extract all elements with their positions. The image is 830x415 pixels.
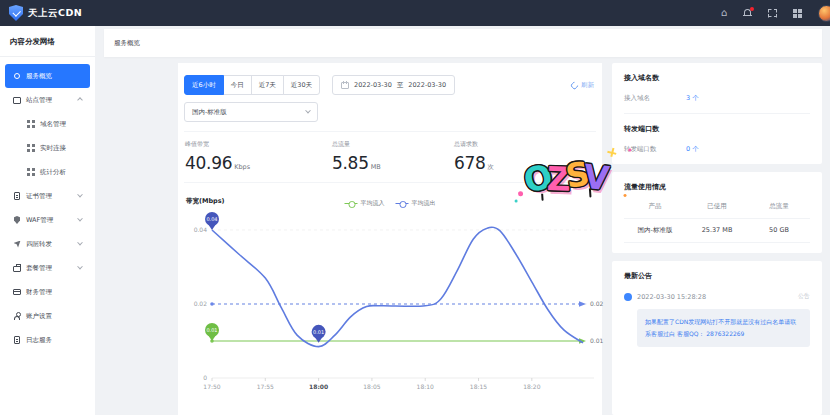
sidebar-item-packages[interactable]: 套餐管理 (5, 256, 90, 280)
legend-marker-icon (396, 201, 409, 206)
date-start: 2022-03-30 (354, 81, 392, 89)
grid-icon (27, 144, 35, 152)
sidebar-item-service-overview[interactable]: 服务概览 (5, 64, 90, 88)
brand-shield-icon (9, 5, 23, 21)
plan-select[interactable]: 国内-标准版 (184, 102, 318, 122)
domains-row: 接入域名 3 个 (624, 94, 810, 103)
domains-card-title: 接入域名数 (624, 73, 810, 83)
stat-unit: 次 (488, 163, 495, 172)
sidebar-item-account-settings[interactable]: 账户设置 (5, 304, 90, 328)
chevron-down-icon (77, 192, 83, 198)
domains-ports-card: 接入域名数 接入域名 3 个 转发端口数 转发端口数 0 个 (612, 63, 822, 164)
log-icon (13, 336, 21, 344)
grid-icon (27, 120, 35, 128)
time-range-segmented: 近6小时 今日 近7天 近30天 (184, 75, 320, 95)
home-icon[interactable]: ⌂ (721, 8, 727, 18)
traffic-table-row: 国内-标准版 25.37 MB 50 GB (624, 219, 810, 243)
finance-icon (13, 288, 21, 296)
sidebar-item-waf[interactable]: WAF管理 (5, 208, 90, 232)
sidebar-item-finance[interactable]: 财务管理 (5, 280, 90, 304)
announcement-tag: 公告 (798, 292, 810, 301)
main-panel: 近6小时 今日 近7天 近30天 2022-03-30 至 2022-03-30… (178, 63, 602, 415)
brand[interactable]: 天上云CDN (9, 5, 82, 21)
top-navbar: 天上云CDN ⌂ (0, 0, 830, 26)
forward-icon (13, 240, 21, 248)
range-button-30d[interactable]: 近30天 (283, 75, 320, 95)
sidebar-item-site-management[interactable]: 站点管理 (5, 88, 90, 112)
range-button-today[interactable]: 今日 (223, 75, 252, 95)
stat-value: 40.96 (185, 153, 232, 173)
notification-badge (750, 7, 754, 11)
certificate-icon (13, 192, 21, 200)
announcements-title: 最新公告 (624, 271, 810, 281)
announcement-dot-icon (624, 293, 632, 301)
breadcrumb: 服务概览 (104, 29, 822, 57)
traffic-usage-card: 流量使用情况 产品 已使用 总流量 国内-标准版 25.37 MB 50 GB (612, 172, 822, 253)
sidebar-item-statistics[interactable]: 统计分析 (5, 160, 90, 184)
svg-text:0.01: 0.01 (313, 329, 324, 335)
traffic-card-title: 流量使用情况 (624, 182, 810, 192)
svg-text:0.01: 0.01 (206, 327, 217, 333)
right-column: 接入域名数 接入域名 3 个 转发端口数 转发端口数 0 个 流量使用情况 产品… (612, 63, 822, 415)
legend-item-avg-out[interactable]: 平均流出 (396, 199, 436, 208)
chart-title: 带宽(Mbps) (186, 197, 225, 206)
range-button-7d[interactable]: 近7天 (251, 75, 284, 95)
svg-text:18:05: 18:05 (363, 383, 380, 390)
stat-peak-bandwidth: 峰值带宽 40.96 Kbps (184, 140, 331, 173)
stats-row: 峰值带宽 40.96 Kbps 总流量 5.85 MB 总请求数 678 次 (184, 131, 596, 183)
svg-text:18:15: 18:15 (470, 383, 487, 390)
chart-legend: 平均流入 平均流出 (345, 199, 436, 208)
svg-text:0.04: 0.04 (206, 216, 217, 222)
legend-item-avg-in[interactable]: 平均流入 (345, 199, 385, 208)
calendar-icon (341, 81, 349, 89)
date-end: 2022-03-30 (408, 81, 446, 89)
date-range-picker[interactable]: 2022-03-30 至 2022-03-30 (332, 75, 455, 95)
package-icon (13, 264, 21, 272)
fullscreen-icon[interactable] (768, 9, 777, 18)
svg-text:17:50: 17:50 (203, 383, 220, 390)
legend-marker-icon (345, 201, 358, 206)
chevron-down-icon (77, 264, 83, 270)
svg-text:0.04: 0.04 (194, 226, 208, 233)
ports-count[interactable]: 0 个 (686, 145, 699, 154)
brand-name: 天上云CDN (28, 7, 82, 20)
range-button-6h[interactable]: 近6小时 (184, 75, 224, 95)
sidebar-item-domain-management[interactable]: 域名管理 (5, 112, 90, 136)
navbar-actions: ⌂ (721, 5, 830, 22)
date-separator: 至 (397, 81, 404, 90)
traffic-table-header: 产品 已使用 总流量 (624, 195, 810, 219)
svg-text:18:20: 18:20 (523, 383, 540, 390)
plan-select-value: 国内-标准版 (192, 108, 227, 117)
chevron-down-icon (305, 108, 311, 114)
avatar[interactable] (818, 5, 830, 22)
svg-text:18:00: 18:00 (309, 383, 328, 390)
chevron-up-icon (77, 97, 83, 103)
stat-unit: MB (371, 163, 381, 171)
filter-row: 近6小时 今日 近7天 近30天 2022-03-30 至 2022-03-30… (184, 75, 596, 95)
sidebar-item-realtime-connections[interactable]: 实时连接 (5, 136, 90, 160)
refresh-button[interactable]: 刷新 (571, 81, 596, 90)
sidebar-item-log-service[interactable]: 日志服务 (5, 328, 90, 352)
breadcrumb-current: 服务概览 (114, 39, 140, 48)
sidebar-item-certificates[interactable]: 证书管理 (5, 184, 90, 208)
stat-total-requests: 总请求数 678 次 (453, 140, 494, 173)
sidebar: 内容分发网络 服务概览 站点管理 域名管理 实时连接 统计分析 (0, 26, 95, 415)
domains-count[interactable]: 3 个 (686, 94, 699, 103)
bandwidth-chart: 00.020.0417:5017:5518:0018:0518:1018:151… (184, 201, 608, 401)
plan-row: 国内-标准版 (184, 102, 596, 122)
ports-card-title: 转发端口数 (624, 124, 810, 134)
shield-icon (13, 216, 21, 224)
apps-grid-icon[interactable] (793, 9, 802, 18)
announcement-time: 2022-03-30 15:28:28 (637, 293, 706, 301)
svg-text:18:10: 18:10 (417, 383, 434, 390)
svg-text:0: 0 (203, 374, 207, 381)
stat-unit: Kbps (234, 163, 250, 171)
bell-icon[interactable] (743, 8, 752, 18)
user-icon (13, 312, 21, 320)
announcement-item[interactable]: 2022-03-30 15:28:28 公告 (624, 292, 810, 301)
sidebar-item-layer4-forwarding[interactable]: 四层转发 (5, 232, 90, 256)
ports-row: 转发端口数 0 个 (624, 145, 810, 154)
grid-icon (27, 168, 35, 176)
stat-value: 678 (454, 153, 486, 173)
chevron-down-icon (77, 240, 83, 246)
